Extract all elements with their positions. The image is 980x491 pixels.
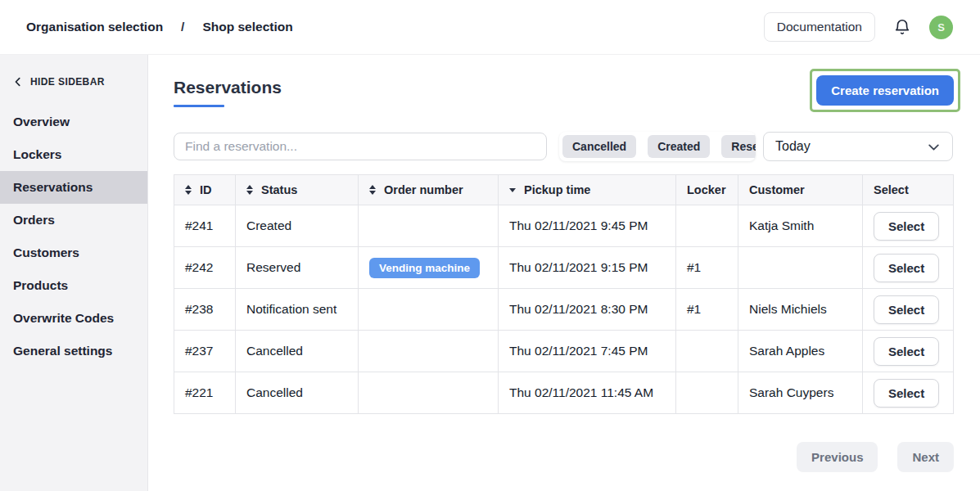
create-button-highlight-box: Create reservation <box>810 69 960 112</box>
pagination: Previous Next <box>174 442 954 472</box>
cell-order-number: Vending machine <box>359 247 499 289</box>
sidebar-item-reservations[interactable]: Reservations <box>0 171 147 204</box>
sort-icon <box>246 185 253 195</box>
select-button[interactable]: Select <box>874 295 939 324</box>
select-button[interactable]: Select <box>874 379 939 408</box>
cell-pickup-time: Thu 02/11/2021 8:30 PM <box>499 289 676 331</box>
breadcrumb-organisation[interactable]: Organisation selection <box>26 20 163 34</box>
cell-select: Select <box>863 331 954 372</box>
reservations-table: ID Status Order number Pickup time Locke… <box>174 174 954 414</box>
select-button[interactable]: Select <box>874 212 939 241</box>
column-header-order-number[interactable]: Order number <box>359 175 499 205</box>
title-underline <box>174 105 224 107</box>
sidebar-item-lockers[interactable]: Lockers <box>0 138 147 171</box>
cell-status: Notification sent <box>236 289 359 331</box>
column-label: Locker <box>687 183 726 196</box>
table-header-row: ID Status Order number Pickup time Locke… <box>174 175 954 205</box>
chip-created[interactable]: Created <box>648 135 710 158</box>
hide-sidebar-label: HIDE SIDEBAR <box>30 76 105 88</box>
user-avatar[interactable]: S <box>929 16 953 39</box>
select-button[interactable]: Select <box>874 254 939 282</box>
sidebar-item-products[interactable]: Products <box>0 269 147 302</box>
cell-customer <box>738 247 863 289</box>
cell-locker <box>676 331 738 372</box>
next-page-button[interactable]: Next <box>897 442 954 472</box>
hide-sidebar-button[interactable]: HIDE SIDEBAR <box>13 76 134 88</box>
page-title: Reservations <box>174 69 282 97</box>
cell-status: Cancelled <box>236 331 359 372</box>
notification-bell-icon[interactable] <box>893 18 911 36</box>
cell-status: Reserved <box>236 247 359 289</box>
breadcrumb-shop[interactable]: Shop selection <box>202 20 292 34</box>
column-label: Customer <box>749 183 805 196</box>
column-label: Select <box>874 183 909 196</box>
chevron-down-icon <box>927 140 941 154</box>
cell-pickup-time: Thu 02/11/2021 9:15 PM <box>499 247 676 289</box>
topbar: Organisation selection / Shop selection … <box>0 0 980 55</box>
chevron-left-icon <box>13 77 23 87</box>
sort-icon <box>369 185 376 195</box>
table-row: #238 Notification sent Thu 02/11/2021 8:… <box>174 289 954 331</box>
cell-locker <box>676 372 738 414</box>
cell-id: #237 <box>174 331 236 372</box>
cell-order-number <box>359 205 499 247</box>
cell-id: #221 <box>174 372 236 414</box>
column-header-status[interactable]: Status <box>236 175 359 205</box>
column-header-pickup-time[interactable]: Pickup time <box>499 175 676 205</box>
column-label: Order number <box>384 183 463 196</box>
select-button[interactable]: Select <box>874 337 939 366</box>
cell-select: Select <box>863 289 954 331</box>
cell-customer: Sarah Cuypers <box>738 372 863 414</box>
previous-page-button[interactable]: Previous <box>797 442 878 472</box>
cell-status: Created <box>236 205 359 247</box>
cell-select: Select <box>863 205 954 247</box>
sidebar: HIDE SIDEBAR Overview Lockers Reservatio… <box>0 55 148 491</box>
cell-customer: Sarah Apples <box>738 331 863 372</box>
table-row: #241 Created Thu 02/11/2021 9:45 PM Katj… <box>174 205 954 247</box>
cell-pickup-time: Thu 02/11/2021 7:45 PM <box>499 331 676 372</box>
cell-order-number <box>359 289 499 331</box>
cell-customer: Katja Smith <box>738 205 863 247</box>
table-row: #221 Cancelled Thu 02/11/2021 11:45 AM S… <box>174 372 954 414</box>
cell-locker <box>676 205 738 247</box>
chip-cancelled[interactable]: Cancelled <box>562 135 636 158</box>
chip-reserved[interactable]: Reserved <box>721 135 756 158</box>
cell-locker: #1 <box>676 247 738 289</box>
cell-order-number <box>359 372 499 414</box>
sort-icon <box>185 185 192 195</box>
cell-pickup-time: Thu 02/11/2021 9:45 PM <box>499 205 676 247</box>
filter-row: Cancelled Created Reserved Today <box>174 132 954 161</box>
sidebar-item-orders[interactable]: Orders <box>0 204 147 236</box>
sidebar-item-customers[interactable]: Customers <box>0 236 147 269</box>
cell-id: #238 <box>174 289 236 331</box>
cell-pickup-time: Thu 02/11/2021 11:45 AM <box>499 372 676 414</box>
cell-select: Select <box>863 247 954 289</box>
sidebar-item-overwrite-codes[interactable]: Overwrite Codes <box>0 302 147 335</box>
cell-locker: #1 <box>676 289 738 331</box>
documentation-button[interactable]: Documentation <box>764 12 875 42</box>
topbar-actions: Documentation S <box>764 12 953 42</box>
search-input[interactable] <box>174 133 547 160</box>
date-filter-select[interactable]: Today <box>763 132 953 161</box>
column-label: Status <box>261 183 297 196</box>
main-content: Reservations Create reservation Cancelle… <box>148 55 980 491</box>
column-header-select: Select <box>863 175 954 205</box>
create-reservation-button[interactable]: Create reservation <box>816 75 954 106</box>
column-header-id[interactable]: ID <box>174 175 236 205</box>
order-number-badge: Vending machine <box>369 258 480 278</box>
sidebar-item-overview[interactable]: Overview <box>0 106 147 138</box>
sort-desc-icon <box>509 188 516 192</box>
table-row: #242 Reserved Vending machine Thu 02/11/… <box>174 247 954 289</box>
cell-customer: Niels Michiels <box>738 289 863 331</box>
column-header-locker: Locker <box>676 175 738 205</box>
column-label: Pickup time <box>524 183 590 196</box>
sidebar-item-general-settings[interactable]: General settings <box>0 335 147 367</box>
cell-id: #242 <box>174 247 236 289</box>
cell-status: Cancelled <box>236 372 359 414</box>
breadcrumb-separator: / <box>181 20 184 34</box>
status-filter-chips: Cancelled Created Reserved <box>559 132 756 161</box>
column-label: ID <box>200 183 212 196</box>
cell-select: Select <box>863 372 954 414</box>
date-filter-value: Today <box>775 139 811 154</box>
table-row: #237 Cancelled Thu 02/11/2021 7:45 PM Sa… <box>174 331 954 372</box>
